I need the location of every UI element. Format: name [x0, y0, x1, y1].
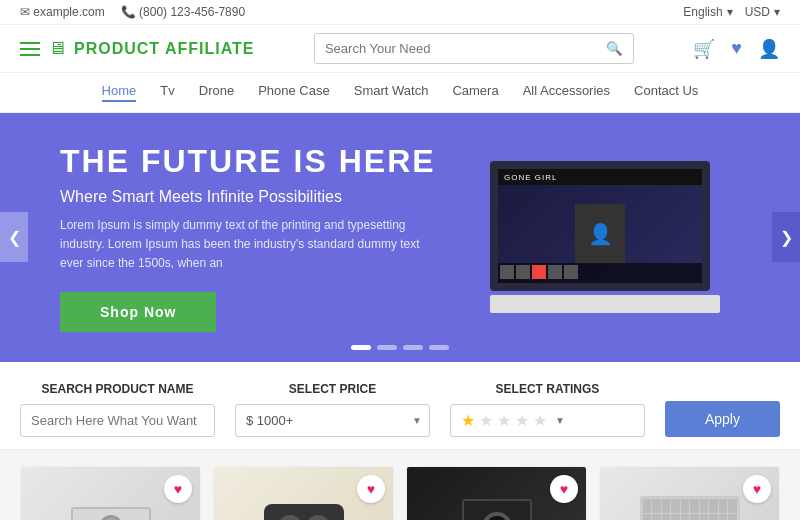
- nav-contact[interactable]: Contact Us: [634, 83, 698, 102]
- product-card-4: ♥ Product Name Here: [599, 466, 780, 520]
- nav-drone[interactable]: Drone: [199, 83, 234, 102]
- product-image-3: ♥: [407, 467, 586, 520]
- dot-3[interactable]: [403, 345, 423, 350]
- nav-smart-watch[interactable]: Smart Watch: [354, 83, 429, 102]
- filter-product-name: SEARCH PRODUCT NAME: [20, 382, 215, 437]
- product-image-1: ♥: [21, 467, 200, 520]
- cart-icon[interactable]: 🛒: [693, 38, 715, 60]
- hamburger-menu[interactable]: [20, 42, 40, 56]
- language-dropdown-icon: ▾: [727, 5, 733, 19]
- filter-section: SEARCH PRODUCT NAME SELECT PRICE Min $ 5…: [0, 362, 800, 450]
- banner-image: GONE GIRL 👤: [460, 161, 740, 313]
- banner-prev-button[interactable]: ❮: [0, 212, 28, 262]
- email-contact: ✉ example.com: [20, 5, 105, 19]
- filter-price-label: SELECT PRICE: [235, 382, 430, 396]
- email-icon: ✉: [20, 5, 30, 19]
- search-button[interactable]: 🔍: [596, 34, 633, 63]
- top-bar-contact: ✉ example.com 📞 (800) 123-456-7890: [20, 5, 245, 19]
- navigation: Home Tv Drone Phone Case Smart Watch Cam…: [0, 73, 800, 113]
- phone-icon: 📞: [121, 5, 136, 19]
- wishlist-btn-2[interactable]: ♥: [357, 475, 385, 503]
- tv-screen-inner: GONE GIRL 👤: [498, 169, 702, 283]
- language-selector[interactable]: English ▾: [683, 5, 732, 19]
- tv-product-image: GONE GIRL 👤: [470, 161, 730, 313]
- logo-area: 🖥 PRODUCT AFFILIATE: [20, 38, 255, 59]
- star-2: ★: [479, 411, 493, 430]
- wishlist-btn-3[interactable]: ♥: [550, 475, 578, 503]
- phone-text: (800) 123-456-7890: [139, 5, 245, 19]
- price-select-wrapper: Min $ 500+ $ 1000+ $ 2000+: [235, 404, 430, 437]
- user-icon[interactable]: 👤: [758, 38, 780, 60]
- product-image-2: ♥: [214, 467, 393, 520]
- ratings-selector[interactable]: ★ ★ ★ ★ ★ ▼: [450, 404, 645, 437]
- search-input[interactable]: [315, 34, 596, 63]
- dot-4[interactable]: [429, 345, 449, 350]
- search-bar: 🔍: [314, 33, 634, 64]
- star-4: ★: [515, 411, 529, 430]
- filter-ratings: SELECT RATINGS ★ ★ ★ ★ ★ ▼: [450, 382, 645, 437]
- header-icons: 🛒 ♥ 👤: [693, 38, 780, 60]
- banner-indicators: [351, 345, 449, 350]
- price-select[interactable]: Min $ 500+ $ 1000+ $ 2000+: [235, 404, 430, 437]
- banner-title: THE FUTURE IS HERE: [60, 143, 460, 180]
- product-image-4: ♥: [600, 467, 779, 520]
- product-card-2: ♥ Product Name Here: [213, 466, 394, 520]
- dot-1[interactable]: [351, 345, 371, 350]
- apply-button-container: Apply: [665, 401, 780, 437]
- wishlist-btn-4[interactable]: ♥: [743, 475, 771, 503]
- product-search-input[interactable]: [20, 404, 215, 437]
- filter-price: SELECT PRICE Min $ 500+ $ 1000+ $ 2000+: [235, 382, 430, 437]
- shop-now-button[interactable]: Shop Now: [60, 292, 216, 332]
- top-bar-settings: English ▾ USD ▾: [683, 5, 780, 19]
- star-3: ★: [497, 411, 511, 430]
- product-card-1: ♥ Product Name Here: [20, 466, 201, 520]
- filter-ratings-label: SELECT RATINGS: [450, 382, 645, 396]
- tv-stand: [490, 295, 720, 313]
- logo-text: PRODUCT AFFILIATE: [74, 40, 255, 58]
- star-1: ★: [461, 411, 475, 430]
- product-card-3: ♥ Product Name Here: [406, 466, 587, 520]
- star-5: ★: [533, 411, 547, 430]
- wishlist-icon[interactable]: ♥: [731, 38, 742, 59]
- nav-camera[interactable]: Camera: [452, 83, 498, 102]
- nav-tv[interactable]: Tv: [160, 83, 174, 102]
- apply-filter-button[interactable]: Apply: [665, 401, 780, 437]
- header: 🖥 PRODUCT AFFILIATE 🔍 🛒 ♥ 👤: [0, 25, 800, 73]
- language-label: English: [683, 5, 722, 19]
- nav-all-accessories[interactable]: All Accessories: [523, 83, 610, 102]
- top-bar: ✉ example.com 📞 (800) 123-456-7890 Engli…: [0, 0, 800, 25]
- email-text: example.com: [33, 5, 104, 19]
- hero-banner: ❮ THE FUTURE IS HERE Where Smart Meets I…: [0, 113, 800, 362]
- currency-selector[interactable]: USD ▾: [745, 5, 780, 19]
- nav-home[interactable]: Home: [102, 83, 137, 102]
- phone-contact: 📞 (800) 123-456-7890: [121, 5, 245, 19]
- wishlist-btn-1[interactable]: ♥: [164, 475, 192, 503]
- nav-phone-case[interactable]: Phone Case: [258, 83, 330, 102]
- logo-icon: 🖥: [48, 38, 66, 59]
- dot-2[interactable]: [377, 345, 397, 350]
- banner-content: THE FUTURE IS HERE Where Smart Meets Inf…: [60, 143, 460, 332]
- currency-dropdown-icon: ▾: [774, 5, 780, 19]
- products-grid: ♥ Product Name Here ♥ Product Name Here: [0, 450, 800, 520]
- currency-label: USD: [745, 5, 770, 19]
- search-icon: 🔍: [606, 41, 623, 56]
- filter-product-name-label: SEARCH PRODUCT NAME: [20, 382, 215, 396]
- banner-next-button[interactable]: ❯: [772, 212, 800, 262]
- banner-description: Lorem Ipsum is simply dummy text of the …: [60, 216, 440, 274]
- tv-screen: GONE GIRL 👤: [490, 161, 710, 291]
- ratings-dropdown-icon: ▼: [555, 415, 565, 426]
- banner-subtitle: Where Smart Meets Infinite Possibilities: [60, 188, 460, 206]
